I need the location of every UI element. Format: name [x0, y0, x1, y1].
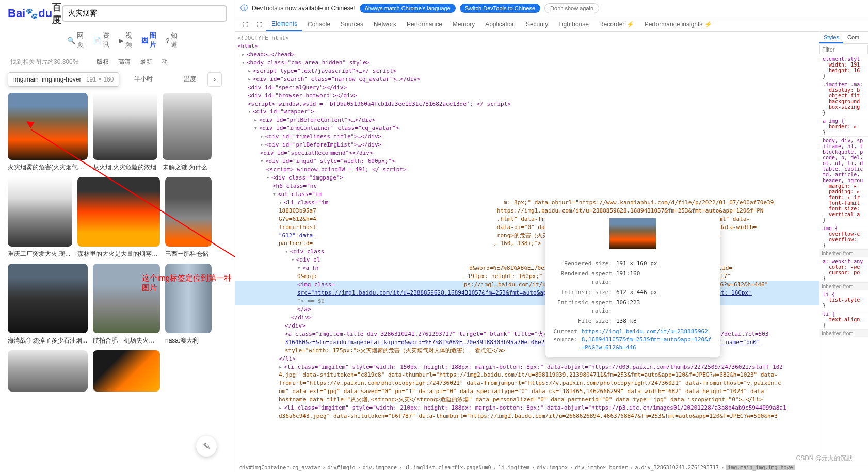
dom-selected-img[interactable]: <img class=ps://img1.baidu.com/it/u=2388…	[235, 281, 819, 289]
image-icon: 🖼	[141, 37, 148, 44]
breadcrumb-item[interactable]: ul.imglist.clearfix.pageNum0	[404, 465, 491, 470]
image-result-item[interactable]	[8, 350, 88, 392]
tab-web[interactable]: 🔍网页	[67, 31, 84, 50]
tab-elements[interactable]: Elements	[266, 17, 302, 31]
image-thumbnail[interactable]	[163, 93, 212, 160]
image-thumbnail[interactable]	[165, 177, 212, 247]
dom-head[interactable]: <head>…</head>	[247, 51, 295, 58]
dom-a[interactable]: <a hr	[302, 265, 319, 271]
dom-special[interactable]: <div id="specialQuery"></div>	[248, 84, 347, 91]
filter-hd[interactable]: 高清	[118, 58, 131, 67]
breadcrumb-item[interactable]: a.div_3286310241,2761293717	[635, 465, 719, 470]
device-icon[interactable]: ⬚	[252, 18, 266, 31]
image-result-item[interactable]: 森林里的大火是大量的烟雾和...	[77, 177, 160, 258]
styles-tab-computed[interactable]: Com	[843, 32, 863, 43]
image-thumbnail[interactable]	[8, 177, 72, 247]
tab-security[interactable]: Security	[521, 18, 553, 31]
dom-body[interactable]: <body class="cms-area-hidden" style>	[247, 59, 369, 66]
dom-wrapper[interactable]: <div id="wrapper">	[253, 108, 314, 115]
filter-copyright[interactable]: 版权	[97, 58, 109, 67]
tab-perfinsights[interactable]: Performance insights ⚡	[639, 18, 717, 31]
edit-fab[interactable]: ✎	[196, 436, 217, 457]
image-caption: 航拍合肥一机场失火烟雾...	[93, 336, 160, 345]
tab-console[interactable]: Console	[302, 18, 335, 31]
dom-hotword[interactable]: <div id="browser-hotword"></div>	[248, 92, 357, 99]
logo-bai: Bai	[8, 7, 25, 20]
inspect-icon[interactable]: ⬚	[238, 18, 252, 31]
breadcrumb-item[interactable]: img.main_img.img-hove	[726, 465, 794, 470]
image-caption: 森林里的大火是大量的烟雾和...	[77, 250, 160, 258]
image-result-item[interactable]: 火灾烟雾的危害(火灾烟气对...	[8, 93, 88, 172]
tab-performance[interactable]: Performance	[401, 18, 447, 31]
tooltip-selector: img.main_img.img-hover	[13, 76, 81, 83]
dom-vsid[interactable]: <script> window.vsid = 'bf9ba051960a4fcb…	[248, 101, 511, 107]
tab-recorder[interactable]: Recorder ⚡	[594, 18, 639, 31]
image-thumbnail[interactable]	[8, 350, 88, 392]
dom-pnlbefore[interactable]: <div id="pnlBeforeContent">…</div>	[259, 117, 375, 123]
dom-ul[interactable]: <ul class="im	[278, 191, 322, 198]
dom-imgpage[interactable]: <div class="imgpage">	[271, 174, 343, 181]
image-result-item[interactable]: 从火烟,火灾危险的浓烟	[93, 93, 157, 172]
image-thumbnail[interactable]	[77, 177, 160, 247]
dom-search[interactable]: <div id="search" class="narrow cg_avatar…	[253, 76, 421, 83]
tab-network[interactable]: Network	[368, 18, 401, 31]
tab-images[interactable]: 🖼图片	[141, 31, 156, 50]
tab-sources[interactable]: Sources	[335, 18, 368, 31]
banner-match-lang-button[interactable]: Always match Chrome's language	[360, 4, 456, 13]
dom-div[interactable]: <div class	[290, 248, 324, 255]
dom-li1[interactable]: <li class="im	[284, 199, 328, 206]
dom-pnlbeforeimg[interactable]: <div id="pnlBeforeImgList">…</div>	[265, 141, 381, 148]
styles-tab-styles[interactable]: Styles	[819, 32, 843, 43]
search-input[interactable]	[62, 5, 227, 22]
popup-source[interactable]: https://img1.baidu.com/it/u=2388859628,1…	[582, 328, 714, 352]
breadcrumb-item[interactable]: li.imgitem	[499, 465, 529, 470]
image-thumbnail[interactable]	[93, 350, 160, 392]
dom-li2[interactable]: <li class="imgitem" style="width: 150px;…	[284, 364, 783, 370]
image-result-item[interactable]: 未解之谜:为什么	[163, 93, 212, 172]
breadcrumb-item[interactable]: div#imgid	[328, 465, 356, 470]
tab-news[interactable]: 📄资讯	[93, 31, 109, 50]
filter-more-button[interactable]: ›	[207, 72, 222, 87]
dom-specialrec[interactable]: <div id="specialRecommend"></div>	[260, 150, 373, 156]
breadcrumb-item[interactable]: div#imgContainer.cg_avatar	[239, 465, 320, 470]
banner-dismiss-button[interactable]: Don't show again	[544, 3, 599, 13]
tab-zhidao[interactable]: ?知道	[166, 31, 178, 50]
tooltip-dimensions: 191 × 160	[86, 76, 114, 83]
image-result-item[interactable]: 海湾战争烧掉了多少石油烟...	[8, 264, 88, 345]
dom-imgid[interactable]: <div id="imgid" style="width: 600px;">	[265, 158, 395, 165]
popup-rendered-ratio-label: Rendered aspect ratio:	[552, 270, 616, 286]
dom-div2[interactable]: <div cl	[296, 256, 320, 263]
tab-memory[interactable]: Memory	[447, 18, 480, 31]
dom-li3[interactable]: <li class="imgitem" style="width: 210px;…	[284, 404, 786, 411]
image-result-item[interactable]: 重庆工厂突发大火,现...	[8, 177, 72, 258]
logo-du: du	[38, 7, 52, 20]
styles-filter-input[interactable]	[819, 45, 868, 54]
watermark: CSDN @元太的沉默	[796, 454, 853, 463]
image-result-item[interactable]	[93, 350, 160, 392]
dom-script1[interactable]: <script type="text/javascript">…</ scrip…	[253, 68, 396, 74]
result-count: 找到相关图片约30,300张	[10, 58, 79, 67]
dom-html[interactable]: <html>	[237, 43, 258, 50]
tab-lighthouse[interactable]: Lighthouse	[553, 18, 594, 31]
breadcrumb-item[interactable]: div.imgpage	[363, 465, 397, 470]
image-thumbnail[interactable]	[8, 93, 88, 160]
tab-application[interactable]: Application	[480, 18, 521, 31]
image-thumbnail[interactable]	[93, 93, 157, 160]
filter-temp[interactable]: 温度	[184, 75, 196, 84]
image-thumbnail[interactable]	[8, 264, 88, 333]
breadcrumb-item[interactable]: div.imgbox	[537, 465, 568, 470]
pencil-icon: ✎	[203, 441, 211, 452]
popup-thumbnail	[609, 218, 656, 249]
filter-latest[interactable]: 最新	[140, 58, 152, 67]
breadcrumb-item[interactable]: div.imgbox-border	[575, 465, 628, 470]
filter-halfhour[interactable]: 半小时	[134, 75, 153, 84]
tab-video[interactable]: ▶视频	[119, 31, 132, 50]
dom-imgcontainer[interactable]: <div id="imgContainer" class="cg_avatar"…	[259, 125, 399, 132]
dom-bding[interactable]: <script> window.bdingBW = 491; </ script…	[266, 166, 407, 173]
elements-panel[interactable]: <!DOCTYPE html> <html> ▸<head>…</head> ▾…	[235, 32, 819, 463]
dom-h6[interactable]: <h6 class="nc	[272, 183, 317, 189]
dom-timeliness[interactable]: <div id="timeliness-title">…</div>	[265, 133, 381, 140]
filter-anim[interactable]: 动	[162, 58, 168, 67]
baidu-logo[interactable]: Bai🐾du百度	[8, 5, 57, 22]
banner-switch-cn-button[interactable]: Switch DevTools to Chinese	[460, 4, 540, 13]
